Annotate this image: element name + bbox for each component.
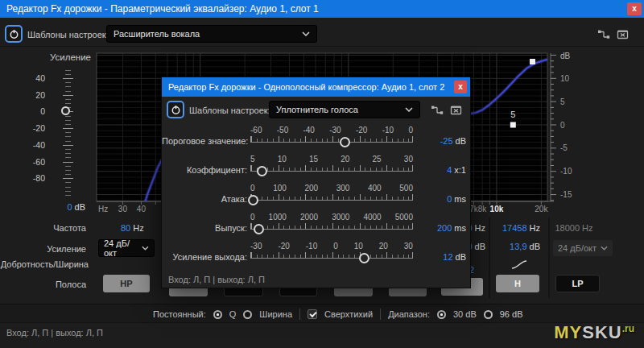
h-shelf-gain-value[interactable]: 13,9dB <box>481 242 540 251</box>
slider-tick <box>65 91 71 92</box>
hp-filter-button[interactable]: HP <box>103 275 150 292</box>
slider-knob[interactable] <box>340 137 350 147</box>
param-label: Выпуск: <box>162 223 247 233</box>
divider <box>299 309 300 320</box>
dialog-presets-dropdown[interactable]: Уплотнитель голоса <box>269 101 420 118</box>
slider-tick-label: -80 <box>24 173 45 183</box>
compressor-param-row: Выпуск:010002000300040005000200ms <box>162 213 472 241</box>
slider-tick-label: 300 <box>336 184 350 193</box>
slider-tick <box>65 170 71 171</box>
slider-tick <box>65 124 71 125</box>
chevron-down-icon <box>142 246 149 251</box>
slider-tick <box>65 166 71 167</box>
slider-tick-label: 500 <box>399 184 413 193</box>
slider-tick <box>63 162 73 163</box>
dialog-presets-label: Шаблоны настроек: <box>189 106 270 115</box>
divider <box>380 309 381 320</box>
routing-icon[interactable] <box>431 105 444 115</box>
radio-30db[interactable] <box>437 310 446 319</box>
svg-text:10: 10 <box>560 74 570 83</box>
svg-text:10k: 10k <box>490 205 504 213</box>
slider-tick-label: -30 <box>250 242 262 251</box>
slider-tick-label: -10 <box>306 242 317 251</box>
param-slider[interactable]: 010002000300040005000 <box>250 213 413 235</box>
presets-dropdown-value: Расширитель вокала <box>114 29 200 39</box>
slider-tick-label: 15 <box>309 155 318 164</box>
h-shelf-frequency-value[interactable]: 17458Hz <box>481 223 540 233</box>
param-value[interactable]: 12dB <box>394 252 466 262</box>
dialog-titlebar: Редактор Fx дорожки - Однополосный компр… <box>162 77 470 97</box>
window-close-button[interactable]: x <box>627 2 642 15</box>
param-value[interactable]: 4x:1 <box>394 165 466 175</box>
gain-slider[interactable]: 40200-20-40-60-80 <box>24 68 76 198</box>
slider-tick <box>63 178 73 179</box>
slider-tick-label: 200 <box>304 184 318 193</box>
slider-tick-label: 20 <box>341 155 349 164</box>
param-value[interactable]: -25dB <box>394 136 466 146</box>
param-slider[interactable]: -60-50-40-30-20-100 <box>250 126 413 148</box>
param-slider[interactable]: 0100200300400500 <box>250 184 413 206</box>
svg-text:-10: -10 <box>560 167 572 176</box>
svg-text:8k: 8k <box>478 205 488 213</box>
gain-slider-title: Усиление <box>50 52 91 62</box>
checkbox-ultra-quiet[interactable] <box>308 309 317 319</box>
frequency-value[interactable]: 80Hz <box>121 223 144 233</box>
band-gain-label: Усиление <box>0 244 86 254</box>
slider-tick-label: 40 <box>24 73 45 83</box>
radio-q[interactable] <box>213 310 222 319</box>
gain-slider-knob[interactable] <box>61 106 70 115</box>
slider-knob[interactable] <box>257 166 267 176</box>
slider-tick-label: 10 <box>354 242 363 251</box>
watermark: MYSKU.ru <box>554 322 634 343</box>
slider-knob[interactable] <box>254 224 264 234</box>
slider-tick <box>65 132 71 133</box>
slider-tick-label: -10 <box>382 126 394 135</box>
slider-tick-label: 5 <box>250 155 255 164</box>
slider-tick-label: 4000 <box>363 213 381 222</box>
constant-label: Постоянный: <box>153 309 206 319</box>
slider-tick-label: 0 <box>250 184 255 193</box>
svg-text:20k: 20k <box>535 205 548 213</box>
radio-96db[interactable] <box>484 310 493 319</box>
slider-knob[interactable] <box>248 195 258 205</box>
slider-tick <box>65 74 71 75</box>
compressor-param-row: Пороговое значение:-60-50-40-30-20-100-2… <box>162 126 472 154</box>
remove-effect-icon[interactable] <box>617 29 629 39</box>
slider-tick-label: -40 <box>303 126 314 135</box>
hp-slope-value: 24 дБ/окт <box>104 238 142 258</box>
effect-power-button[interactable] <box>5 25 23 43</box>
slider-knob[interactable] <box>359 253 369 263</box>
lp-filter-button[interactable]: LP <box>555 275 600 292</box>
slider-tick-label: -20 <box>356 126 367 135</box>
lp-slope-value: 24 дБ/окт <box>558 243 597 253</box>
slider-tick-label: 30 <box>404 242 413 251</box>
svg-text:5: 5 <box>510 110 515 119</box>
frequency-label: Частота <box>0 223 86 233</box>
slider-tick <box>63 145 73 146</box>
hp-slope-dropdown[interactable]: 24 дБ/окт <box>98 239 155 257</box>
q-width-label: Добротность/Ширина <box>0 259 89 269</box>
compressor-power-button[interactable] <box>167 101 184 118</box>
param-value[interactable]: 200ms <box>394 223 466 233</box>
radio-30db-label: 30 dB <box>453 309 477 319</box>
slider-tick-label: 5000 <box>395 213 413 222</box>
remove-effect-icon[interactable] <box>450 105 462 115</box>
options-bar: Постоянный: Q Ширина Сверхтихий Диапазон… <box>0 304 644 323</box>
param-slider[interactable]: -30-20-100102030 <box>250 242 413 264</box>
slider-tick-label: -50 <box>277 126 288 135</box>
slider-tick-label: -60 <box>24 157 45 167</box>
h-shelf-button[interactable]: H <box>496 275 539 292</box>
gain-slider-value[interactable]: 0dB <box>47 202 85 212</box>
dialog-close-button[interactable]: x <box>454 81 467 93</box>
slider-tick <box>65 191 71 192</box>
param-value[interactable]: 0ms <box>394 194 466 204</box>
slider-tick <box>65 86 71 87</box>
radio-width[interactable] <box>243 310 252 319</box>
lp-slope-dropdown[interactable]: 24 дБ/окт <box>552 239 613 257</box>
routing-icon[interactable] <box>597 29 610 39</box>
slider-tick-label: 30 <box>404 155 413 164</box>
param-slider[interactable]: 51015202530 <box>250 155 413 177</box>
slider-tick-label: -60 <box>250 126 262 135</box>
presets-dropdown[interactable]: Расширитель вокала <box>106 25 317 43</box>
chevron-down-icon <box>405 107 413 112</box>
